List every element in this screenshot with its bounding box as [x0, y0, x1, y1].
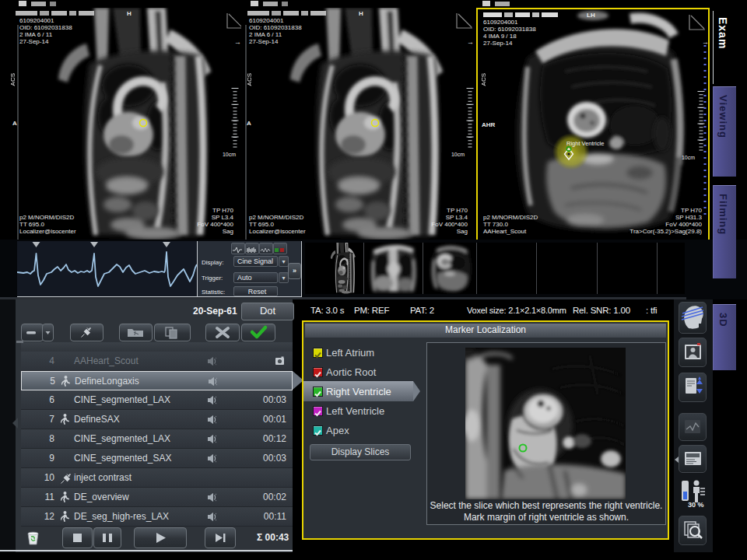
svg-text:30 %: 30 % [688, 501, 704, 509]
